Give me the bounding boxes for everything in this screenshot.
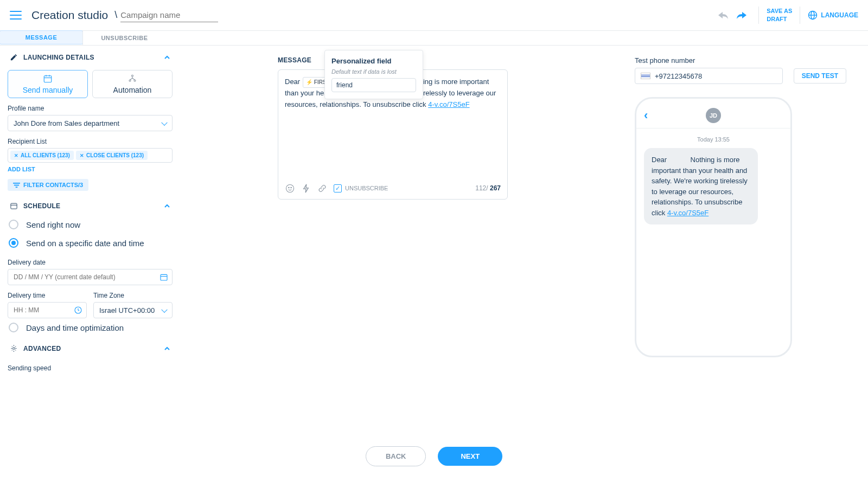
svg-point-20 — [288, 187, 289, 188]
automation-card[interactable]: Automation — [92, 70, 173, 98]
clock-icon — [74, 306, 82, 314]
chip-close-clients[interactable]: CLOSE CLIENTS (123) — [76, 151, 148, 160]
gear-icon — [10, 344, 18, 352]
section-schedule[interactable]: SCHEDULE — [8, 194, 173, 215]
svg-point-9 — [134, 80, 136, 81]
timezone-label: Time Zone — [93, 292, 173, 299]
editor-area: MESSAGE Dear FIRST NAME LAST NAM✕. Nothi… — [180, 46, 618, 425]
schedule-specific-radio[interactable]: Send on a specific date and time — [8, 234, 173, 252]
chevron-up-icon — [164, 345, 170, 352]
campaign-name-input[interactable] — [120, 8, 218, 22]
svg-point-8 — [129, 80, 131, 81]
calendar-icon — [43, 74, 53, 84]
menu-icon[interactable] — [10, 11, 22, 20]
page-title: Creation studio — [31, 9, 108, 22]
chip-all-clients[interactable]: ALL CLIENTS (123) — [10, 151, 74, 160]
svg-point-19 — [286, 184, 293, 192]
unsubscribe-link[interactable]: 4-v.co/7S5eF — [428, 100, 469, 108]
undo-button[interactable] — [714, 6, 732, 24]
add-list-button[interactable]: ADD LIST — [8, 166, 35, 172]
message-bubble: Dear Nothing is more important than your… — [644, 148, 758, 224]
personalized-field-popover: Personalized field Default text if data … — [324, 50, 423, 99]
preview-unsub-link[interactable]: 4-v.co/7S5eF — [667, 209, 709, 217]
footer: BACK NEXT — [0, 424, 868, 488]
svg-point-21 — [290, 187, 291, 188]
back-chevron-icon[interactable]: ‹ — [644, 108, 648, 123]
popover-subtitle: Default text if data is lost — [331, 68, 416, 75]
sending-speed-label: Sending speed — [8, 364, 173, 372]
chevron-up-icon — [164, 203, 170, 209]
char-count: 112/ 267 — [475, 183, 501, 194]
emoji-button[interactable] — [285, 183, 295, 193]
settings-sidebar: LAUNCHING DETAILS Send manually Automati… — [0, 46, 180, 425]
test-phone-label: Test phone number — [635, 56, 846, 65]
calendar-icon — [10, 202, 18, 210]
svg-rect-3 — [44, 76, 52, 82]
language-button[interactable]: LANGUAGE — [808, 10, 858, 20]
save-as-draft-button[interactable]: SAVE AS DRAFT — [767, 7, 792, 23]
schedule-now-radio[interactable]: Send right now — [8, 215, 173, 234]
back-button[interactable]: BACK — [366, 446, 426, 466]
unsubscribe-checkbox[interactable]: ✓UNSUBSCRIBE — [334, 184, 388, 194]
chevron-up-icon — [164, 54, 170, 61]
delivery-time-label: Delivery time — [8, 292, 87, 299]
profile-name-label: Profile name — [8, 105, 173, 112]
flag-icon — [641, 73, 650, 79]
avatar: JD — [706, 108, 721, 123]
calendar-icon — [159, 273, 168, 281]
send-manually-card[interactable]: Send manually — [8, 70, 88, 98]
breadcrumb-separator: \ — [114, 9, 117, 21]
redo-button[interactable] — [732, 6, 751, 24]
schedule-optimize-radio[interactable]: Days and time optimization — [8, 318, 173, 337]
recipient-list-label: Recipient List — [8, 138, 173, 145]
svg-rect-13 — [11, 203, 17, 209]
popover-input[interactable] — [331, 78, 416, 92]
link-button[interactable] — [317, 183, 327, 193]
section-launching[interactable]: LAUNCHING DETAILS — [8, 46, 173, 67]
topbar: Creation studio \ SAVE AS DRAFT LANGUAGE — [0, 0, 868, 30]
delivery-date-input[interactable] — [8, 269, 173, 285]
main-tabs: MESSAGE UNSUBSCRIBE — [0, 30, 868, 46]
preview-column: Test phone number +97212345678 SEND TEST… — [618, 46, 868, 425]
preview-timestamp: Today 13:55 — [644, 136, 783, 143]
test-phone-input[interactable]: +97212345678 — [635, 68, 783, 84]
recipient-chips[interactable]: ALL CLIENTS (123) CLOSE CLIENTS (123) — [8, 148, 173, 163]
timezone-select[interactable]: Israel UTC+00:00 — [93, 302, 173, 318]
edit-icon — [10, 53, 18, 61]
popover-title: Personalized field — [331, 57, 416, 65]
globe-icon — [808, 10, 818, 20]
tab-message[interactable]: MESSAGE — [0, 30, 83, 44]
automation-icon — [127, 74, 137, 84]
send-test-button[interactable]: SEND TEST — [794, 68, 846, 84]
filter-icon — [13, 182, 20, 188]
svg-point-7 — [132, 75, 133, 76]
delivery-date-label: Delivery date — [8, 259, 173, 266]
tab-unsubscribe[interactable]: UNSUBSCRIBE — [82, 31, 166, 45]
svg-rect-15 — [161, 274, 167, 280]
flash-button[interactable] — [301, 183, 311, 193]
next-button[interactable]: NEXT — [438, 447, 502, 466]
filter-contacts-button[interactable]: FILTER CONTACTS/3 — [8, 179, 88, 191]
phone-preview: ‹ JD Today 13:55 Dear Nothing is more im… — [635, 97, 792, 357]
section-advanced[interactable]: ADVANCED — [8, 337, 173, 358]
svg-point-18 — [13, 348, 15, 350]
profile-select[interactable]: John Dore from Sales department — [8, 115, 173, 131]
